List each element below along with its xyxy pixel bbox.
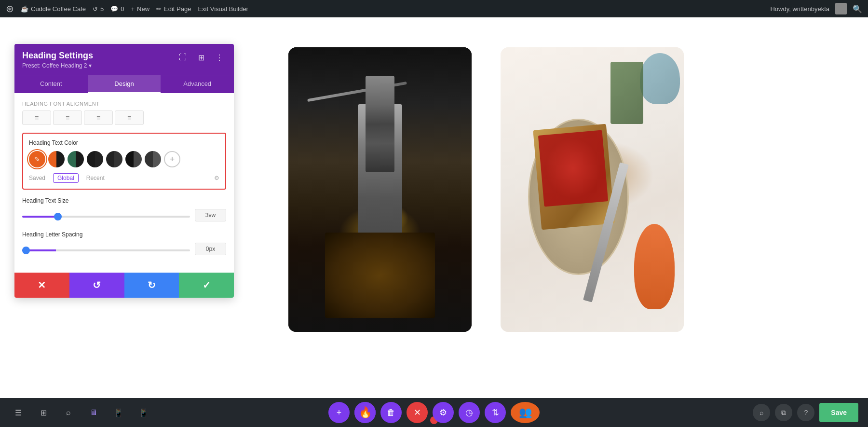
hamburger-icon: ☰: [15, 408, 22, 417]
text-size-slider-wrapper: [22, 211, 190, 220]
phone-icon: 📱: [139, 408, 149, 417]
divi-logo-button[interactable]: 🔥: [354, 402, 376, 423]
grid-icon: ⊞: [41, 408, 47, 417]
help-button[interactable]: ?: [797, 404, 814, 421]
tab-content[interactable]: Content: [14, 75, 88, 93]
color-tab-global[interactable]: Global: [53, 173, 79, 183]
settings-button[interactable]: ⚙: [433, 402, 454, 423]
letter-spacing-slider-wrapper: [22, 245, 190, 253]
bottom-toolbar: ☰ ⊞ ⌕ 🖥 📱 📱 +: [0, 398, 868, 427]
color-tab-saved[interactable]: Saved: [29, 175, 45, 181]
admin-bar-right: Howdy, writtenbyekta 🔍: [770, 3, 862, 14]
align-justify-button[interactable]: ≡: [115, 110, 144, 125]
close-button[interactable]: ✕: [407, 402, 428, 423]
history-button[interactable]: ◷: [459, 402, 480, 423]
color-section: Heading Text Color ✎: [22, 133, 226, 190]
panel-expand-button[interactable]: ⊞: [194, 51, 208, 64]
delete-module-button[interactable]: 🗑: [380, 402, 402, 423]
cancel-button[interactable]: ✕: [14, 273, 69, 298]
new-item[interactable]: + New: [131, 5, 149, 13]
cup2: [610, 62, 643, 124]
panel-title-area: Heading Settings Preset: Coffee Heading …: [22, 51, 93, 69]
alignment-label: Heading Font Alignment: [22, 101, 226, 107]
add-color-button[interactable]: +: [164, 151, 180, 167]
desktop-view-button[interactable]: 🖥: [85, 404, 102, 421]
tab-advanced[interactable]: Advanced: [161, 75, 234, 93]
comments-item[interactable]: 💬 0: [110, 5, 124, 13]
align-right-button[interactable]: ≡: [84, 110, 113, 125]
search-right-button[interactable]: ⌕: [753, 404, 770, 421]
grinder-handle: [307, 81, 407, 101]
layout-icon: ⇅: [492, 407, 499, 418]
color-swatch-1[interactable]: [48, 151, 65, 167]
trash-icon: 🗑: [387, 408, 395, 418]
color-swatch-active[interactable]: ✎: [29, 151, 45, 167]
add-module-button[interactable]: +: [328, 402, 350, 423]
panel-preset[interactable]: Preset: Coffee Heading 2 ▾: [22, 62, 93, 69]
users-button[interactable]: 👥: [511, 402, 540, 423]
text-size-slider[interactable]: [22, 216, 190, 218]
admin-bar: ⊛ ☕ Cuddle Coffee Cafe ↺ 5 💬 0 + New ✏ E…: [0, 0, 868, 17]
admin-bar-left: ⊛ ☕ Cuddle Coffee Cafe ↺ 5 💬 0 + New ✏ E…: [6, 3, 762, 14]
pencil-icon: ✏: [156, 5, 162, 13]
color-tab-recent[interactable]: Recent: [86, 175, 105, 181]
site-icon: ☕: [21, 5, 28, 13]
align-center-button[interactable]: ≡: [53, 110, 82, 125]
align-left-button[interactable]: ≡: [22, 110, 51, 125]
color-swatch-2[interactable]: [68, 151, 84, 167]
search-admin-icon[interactable]: 🔍: [853, 4, 862, 14]
layers-icon: ⧉: [781, 409, 786, 417]
search-button[interactable]: ⌕: [60, 404, 77, 421]
text-size-slider-row: 3vw: [22, 209, 226, 221]
close-icon: ✕: [414, 407, 421, 418]
revisions-item[interactable]: ↺ 5: [93, 5, 104, 13]
letter-spacing-label: Heading Letter Spacing: [22, 231, 226, 238]
panel-tabs: Content Design Advanced: [14, 75, 234, 93]
layers-button[interactable]: ⧉: [775, 404, 792, 421]
letter-spacing-value[interactable]: 0px: [195, 243, 226, 255]
orange-drink: [634, 224, 675, 309]
color-section-label: Heading Text Color: [29, 139, 219, 146]
tablet-view-button[interactable]: 📱: [110, 404, 127, 421]
edit-page-item[interactable]: ✏ Edit Page: [156, 5, 191, 13]
coffee-grinder-image: [288, 47, 472, 332]
color-tabs: Saved Global Recent ⚙: [29, 173, 219, 183]
letter-spacing-slider-row: 0px: [22, 243, 226, 255]
color-swatch-3[interactable]: [87, 151, 103, 167]
plus-icon: +: [131, 5, 135, 13]
text-size-value[interactable]: 3vw: [195, 209, 226, 221]
panel-menu-button[interactable]: ⋮: [213, 51, 226, 64]
alignment-section: Heading Font Alignment ≡ ≡ ≡ ≡: [22, 101, 226, 125]
tab-design[interactable]: Design: [88, 75, 161, 93]
gear-icon[interactable]: ⚙: [214, 175, 219, 181]
wp-logo-icon[interactable]: ⊛: [6, 3, 14, 14]
main-area: ng ee, ew.: [0, 17, 868, 427]
exit-builder-item[interactable]: Exit Visual Builder: [198, 5, 248, 13]
letter-spacing-section: Heading Letter Spacing 0px: [22, 231, 226, 255]
breakfast-image-inner: [501, 47, 684, 332]
swatch-active-inner: ✎: [30, 152, 44, 166]
hamburger-menu-button[interactable]: ☰: [10, 404, 27, 421]
settings-panel: Heading Settings Preset: Coffee Heading …: [14, 44, 234, 298]
avatar[interactable]: [835, 3, 847, 14]
letter-spacing-slider[interactable]: [22, 249, 190, 251]
alignment-buttons: ≡ ≡ ≡ ≡: [22, 110, 226, 125]
reset-back-button[interactable]: ↺: [69, 273, 124, 298]
color-swatch-4[interactable]: [106, 151, 122, 167]
site-name[interactable]: ☕ Cuddle Coffee Cafe: [21, 5, 86, 13]
grid-view-button[interactable]: ⊞: [35, 404, 52, 421]
reset-forward-button[interactable]: ↻: [124, 273, 179, 298]
panel-header: Heading Settings Preset: Coffee Heading …: [14, 44, 234, 75]
coffee-beans: [325, 233, 435, 318]
gear-icon: ⚙: [439, 407, 447, 418]
save-panel-button[interactable]: ✓: [179, 273, 234, 298]
color-swatch-6[interactable]: [145, 151, 161, 167]
breakfast-image: [501, 47, 684, 332]
panel-fullscreen-button[interactable]: ⛶: [176, 51, 190, 64]
layout-button[interactable]: ⇅: [485, 402, 506, 423]
color-swatch-5[interactable]: [125, 151, 142, 167]
coffee-grinder-image-inner: [288, 47, 472, 332]
phone-view-button[interactable]: 📱: [135, 404, 152, 421]
search-right-icon: ⌕: [760, 409, 763, 416]
save-main-button[interactable]: Save: [819, 403, 858, 422]
